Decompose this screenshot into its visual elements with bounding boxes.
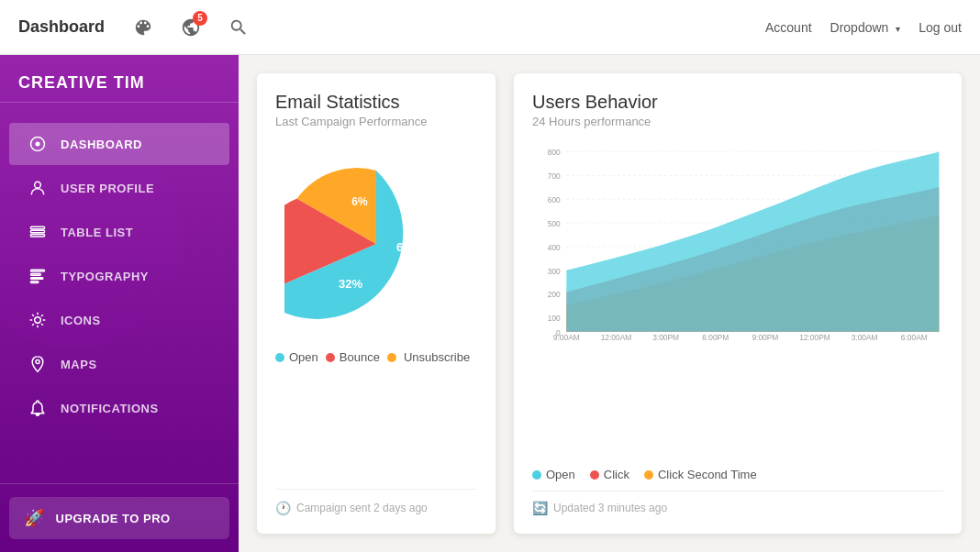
users-behavior-subtitle: 24 Hours performance <box>532 115 943 128</box>
palette-icon <box>133 17 153 38</box>
sidebar-item-notifications[interactable]: NOTIFICATIONS <box>9 387 229 429</box>
navbar: Dashboard 5 Account Dropdown ▾ Log out <box>0 0 980 55</box>
behavior-click-dot <box>590 470 599 480</box>
unsubscribe-dot <box>387 353 396 362</box>
typography-icon <box>28 266 48 286</box>
svg-text:3:00AM: 3:00AM <box>852 333 878 342</box>
sidebar-item-typography[interactable]: TYPOGRAPHY <box>9 255 229 297</box>
dashboard-icon <box>28 134 48 154</box>
main-layout: CREATIVE TIM DASHBOARD USER PROFILE <box>0 55 980 552</box>
svg-text:200: 200 <box>548 290 561 299</box>
account-link[interactable]: Account <box>765 20 812 35</box>
email-stats-title: Email Statistics <box>275 92 477 113</box>
sidebar-item-user-profile[interactable]: USER PROFILE <box>9 167 229 209</box>
behavior-legend-click-second: Click Second Time <box>644 468 757 481</box>
area-chart: 800 700 600 500 400 300 200 100 0 9:00AM… <box>532 143 943 345</box>
svg-rect-6 <box>31 270 45 271</box>
pie-chart: 62% 32% 6% <box>284 152 468 336</box>
sidebar-item-maps[interactable]: MAPS <box>9 343 229 385</box>
sidebar-nav: DASHBOARD USER PROFILE TABLE LIST <box>0 112 239 483</box>
svg-point-2 <box>35 182 41 188</box>
notifications-icon <box>28 398 48 418</box>
email-stats-legend: Open Bounce Unsubscribe <box>275 350 477 364</box>
svg-text:600: 600 <box>548 195 561 204</box>
navbar-left: Dashboard 5 <box>18 11 765 44</box>
rocket-icon: 🚀 <box>24 508 45 528</box>
upgrade-button[interactable]: 🚀 UPGRADE TO PRO <box>9 497 229 539</box>
open-dot <box>275 353 284 362</box>
svg-text:700: 700 <box>548 171 561 181</box>
svg-point-10 <box>35 317 41 324</box>
svg-rect-8 <box>31 278 43 280</box>
svg-text:300: 300 <box>548 266 561 275</box>
logout-link[interactable]: Log out <box>919 20 962 35</box>
behavior-legend-open: Open <box>532 468 575 481</box>
sidebar-item-notifications-label: NOTIFICATIONS <box>61 402 159 415</box>
svg-rect-7 <box>31 274 41 276</box>
svg-text:32%: 32% <box>339 277 362 291</box>
svg-text:6%: 6% <box>351 195 368 208</box>
chevron-down-icon: ▾ <box>896 24 900 34</box>
bounce-dot <box>326 353 335 362</box>
pie-chart-container: 62% 32% 6% <box>275 152 477 336</box>
svg-text:6:00PM: 6:00PM <box>702 333 729 342</box>
behavior-legend-click: Click <box>590 468 629 481</box>
sidebar-content: CREATIVE TIM DASHBOARD USER PROFILE <box>0 55 239 552</box>
user-profile-icon <box>28 178 48 198</box>
behavior-open-label: Open <box>546 468 575 481</box>
sidebar-item-dashboard[interactable]: DASHBOARD <box>9 123 229 165</box>
search-icon <box>228 17 249 38</box>
sidebar-item-table-list-label: TABLE LIST <box>61 226 133 239</box>
palette-button[interactable] <box>127 11 160 44</box>
sidebar-footer: 🚀 UPGRADE TO PRO <box>0 483 239 552</box>
svg-rect-3 <box>31 226 45 229</box>
sidebar-item-table-list[interactable]: TABLE LIST <box>9 211 229 253</box>
email-stats-card: Email Statistics Last Campaign Performan… <box>257 73 496 534</box>
behavior-open-dot <box>532 470 541 480</box>
sidebar-item-typography-label: TYPOGRAPHY <box>61 270 149 283</box>
main-content: Email Statistics Last Campaign Performan… <box>239 55 980 552</box>
sidebar-item-icons[interactable]: ICONS <box>9 299 229 341</box>
table-list-icon <box>28 222 48 242</box>
sidebar-item-user-profile-label: USER PROFILE <box>61 182 154 195</box>
bounce-label: Bounce <box>340 350 380 364</box>
behavior-legend: Open Click Click Second Time <box>532 468 943 481</box>
sidebar: CREATIVE TIM DASHBOARD USER PROFILE <box>0 55 239 552</box>
users-behavior-title: Users Behavior <box>532 92 943 113</box>
notification-badge: 5 <box>193 11 207 26</box>
globe-button[interactable]: 5 <box>174 11 207 44</box>
svg-text:100: 100 <box>548 314 561 323</box>
svg-rect-5 <box>31 235 45 237</box>
behavior-click-second-dot <box>644 470 653 480</box>
users-behavior-card: Users Behavior 24 Hours performance 800 … <box>514 73 962 534</box>
svg-point-1 <box>36 142 40 147</box>
email-stats-subtitle: Last Campaign Performance <box>275 115 477 128</box>
behavior-click-second-label: Click Second Time <box>658 468 757 481</box>
behavior-footer-text: Updated 3 minutes ago <box>553 502 667 514</box>
svg-text:62%: 62% <box>396 240 420 254</box>
search-button[interactable] <box>222 11 255 44</box>
svg-text:500: 500 <box>548 219 561 228</box>
dropdown-link[interactable]: Dropdown ▾ <box>830 20 901 35</box>
sidebar-item-maps-label: MAPS <box>61 358 97 371</box>
sidebar-brand: CREATIVE TIM <box>0 55 239 103</box>
page-title: Dashboard <box>18 17 105 37</box>
email-stats-footer: 🕐 Campaign sent 2 days ago <box>275 489 477 515</box>
svg-rect-9 <box>31 282 39 283</box>
svg-rect-4 <box>31 230 45 233</box>
clock-icon: 🕐 <box>275 501 291 515</box>
sidebar-item-dashboard-label: DASHBOARD <box>61 138 142 151</box>
svg-text:9:00AM: 9:00AM <box>553 333 580 342</box>
sidebar-item-icons-label: ICONS <box>61 314 101 327</box>
svg-text:12:00AM: 12:00AM <box>601 333 632 342</box>
email-stats-footer-text: Campaign sent 2 days ago <box>296 502 428 514</box>
svg-text:800: 800 <box>548 148 561 157</box>
svg-text:9:00PM: 9:00PM <box>752 333 778 342</box>
svg-text:400: 400 <box>548 243 561 252</box>
legend-open: Open <box>275 350 318 364</box>
icons-icon <box>28 310 48 330</box>
refresh-icon: 🔄 <box>532 501 548 515</box>
svg-text:3:00PM: 3:00PM <box>652 333 679 342</box>
legend-bounce: Bounce <box>326 350 380 364</box>
open-label: Open <box>289 350 318 364</box>
